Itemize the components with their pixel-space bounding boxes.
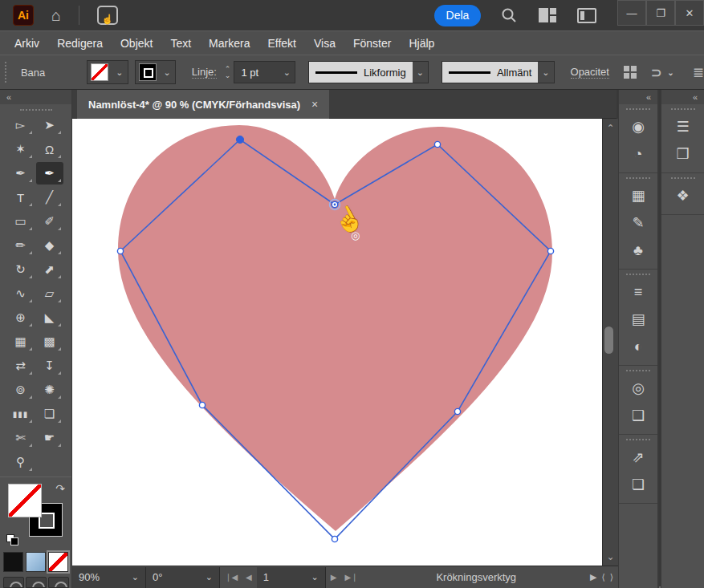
lasso-tool[interactable]: Ω	[36, 138, 63, 160]
last-artboard-button[interactable]: ▶❘	[344, 573, 357, 582]
minimize-button[interactable]: —	[617, 0, 646, 26]
app-logo-icon[interactable]: Ai	[13, 5, 34, 26]
panel-grip[interactable]	[671, 177, 695, 180]
anchor-point-6-hollow[interactable]	[332, 536, 337, 541]
status-expand-icon[interactable]: ▶	[590, 572, 596, 582]
artboard-number-dropdown[interactable]: 1 ⌄	[257, 567, 326, 588]
dock-collapse-button[interactable]: «	[661, 90, 704, 104]
selection-tool[interactable]: ▻	[7, 114, 35, 136]
column-graph-tool[interactable]: ▮▮▮	[7, 403, 35, 425]
dock-collapse-button[interactable]: «	[619, 90, 657, 104]
swap-fill-stroke-icon[interactable]: ↷	[55, 482, 65, 495]
shaper-tool[interactable]: ✏	[7, 234, 35, 257]
opacity-label[interactable]: Opacitet	[571, 66, 609, 79]
properties-panel-icon[interactable]: ☰	[661, 113, 704, 140]
brush-definition-dropdown[interactable]: Allmänt ⌄	[442, 61, 555, 83]
paintbrush-tool[interactable]: ✐	[36, 210, 63, 233]
rotate-tool[interactable]: ↻	[7, 258, 35, 281]
stroke-panel-icon[interactable]: ≡	[619, 278, 657, 306]
scroll-down-icon[interactable]: ⌄	[603, 552, 618, 563]
artboards-panel-icon[interactable]: ❏	[619, 471, 657, 498]
direct-selection-tool[interactable]: ➤	[36, 114, 63, 136]
free-transform-tool[interactable]: ▱	[36, 282, 63, 305]
width-profile-dropdown[interactable]: Likformig ⌄	[308, 61, 429, 83]
panel-grip[interactable]	[626, 108, 650, 112]
isolate-selection-icon[interactable]: ⊃ ⌄	[651, 65, 678, 80]
color-panel-icon[interactable]: ◉	[619, 113, 657, 140]
eyedropper-tool[interactable]: ↧	[36, 355, 63, 377]
align-options-icon[interactable]	[624, 66, 637, 79]
hand-tool[interactable]: ☛	[36, 427, 63, 449]
document-tab[interactable]: Namnlöst-4* @ 90 % (CMYK/Förhandsvisa) ×	[77, 90, 329, 119]
anchor-point-3-hollow[interactable]	[434, 141, 440, 147]
default-fill-stroke-icon[interactable]	[6, 534, 19, 545]
symbol-sprayer-tool[interactable]: ✺	[36, 379, 63, 401]
draw-inside-button[interactable]	[48, 577, 69, 588]
touch-workspace-icon[interactable]: ☝	[97, 6, 118, 25]
shear-tool[interactable]: ⇄	[7, 355, 35, 377]
anchor-point-4-hollow[interactable]	[547, 248, 553, 253]
menu-effekt[interactable]: Effekt	[267, 37, 296, 50]
stroke-weight-label[interactable]: Linje:	[192, 66, 217, 79]
scale-tool[interactable]: ⬈	[36, 258, 63, 281]
menu-markera[interactable]: Markera	[209, 37, 250, 50]
share-button[interactable]: Dela	[434, 5, 481, 26]
home-icon[interactable]: ⌂	[51, 6, 61, 25]
color-mode-button[interactable]	[3, 552, 23, 572]
color-guide-panel-icon[interactable]: ◔	[619, 140, 657, 168]
draw-behind-button[interactable]	[26, 577, 47, 588]
stroke-weight-field[interactable]: 1 pt ⌄	[234, 61, 295, 83]
menu-fnster[interactable]: Fönster	[353, 37, 391, 50]
anchor-point-1-solid[interactable]	[236, 136, 243, 143]
gradient-tool[interactable]: ▩	[36, 330, 63, 353]
controlbar-grip[interactable]	[5, 62, 10, 83]
line-segment-tool[interactable]: ╱	[36, 186, 63, 209]
swatches-panel-icon[interactable]: ▦	[619, 182, 657, 209]
panel-grip[interactable]	[671, 108, 695, 112]
menu-hjlp[interactable]: Hjälp	[409, 37, 434, 50]
tools-grip[interactable]	[20, 109, 52, 111]
blend-tool[interactable]: ⊚	[7, 379, 35, 401]
none-mode-button[interactable]	[48, 552, 68, 572]
prev-artboard-button[interactable]: ◀	[246, 573, 252, 582]
scrollbar-thumb[interactable]	[604, 326, 613, 354]
scroll-up-icon[interactable]: ⌃	[603, 124, 618, 135]
rotation-dropdown[interactable]: 0° ⌄	[146, 567, 220, 588]
anchor-point-7-hollow[interactable]	[199, 402, 205, 408]
width-tool[interactable]: ∿	[7, 282, 35, 305]
arrange-documents-icon[interactable]	[577, 8, 596, 23]
gradient-panel-icon[interactable]: ▤	[619, 306, 657, 333]
zoom-tool[interactable]: ⚲	[7, 451, 35, 473]
next-artboard-button[interactable]: ▶	[331, 573, 337, 582]
transparency-panel-icon[interactable]: ◐	[619, 333, 657, 360]
pen-tool[interactable]: ✒	[7, 162, 35, 185]
panel-grip[interactable]	[626, 439, 650, 442]
menu-text[interactable]: Text	[170, 37, 191, 50]
brushes-panel-icon[interactable]: ✎	[619, 209, 657, 237]
magic-wand-tool[interactable]: ✶	[7, 138, 35, 160]
menu-redigera[interactable]: Redigera	[57, 37, 103, 50]
shape-builder-tool[interactable]: ⊕	[7, 306, 35, 329]
vertical-scrollbar[interactable]: ⌃ ⌄	[602, 119, 618, 588]
stroke-color-dropdown[interactable]: ⌄	[135, 60, 176, 84]
graphic-styles-panel-icon[interactable]: ❑	[619, 402, 657, 429]
artboard-tool[interactable]: ❏	[36, 403, 63, 425]
symbols-panel-icon[interactable]: ♣	[619, 237, 657, 264]
menu-visa[interactable]: Visa	[314, 37, 336, 50]
rectangle-tool[interactable]: ▭	[7, 210, 35, 233]
restore-button[interactable]: ❐	[646, 0, 675, 26]
zoom-level-dropdown[interactable]: 90% ⌄	[72, 567, 146, 588]
hscroll-left-icon[interactable]: ⟨	[601, 572, 604, 582]
hscroll-right-icon[interactable]: ⟩	[610, 572, 613, 582]
tools-collapse-button[interactable]: «	[0, 90, 71, 104]
stepper-down-icon[interactable]: ⌄	[225, 72, 231, 79]
tab-close-icon[interactable]: ×	[311, 98, 318, 111]
type-tool[interactable]: T	[7, 186, 35, 209]
heart-shape[interactable]	[118, 125, 552, 531]
eraser-tool[interactable]: ◆	[36, 234, 63, 257]
layers-panel-icon[interactable]: ❖	[661, 182, 704, 209]
menu-arkiv[interactable]: Arkiv	[14, 37, 39, 50]
panel-grip[interactable]	[626, 370, 650, 373]
stroke-weight-stepper[interactable]: ⌃ ⌄	[225, 66, 231, 79]
fill-swatch[interactable]	[8, 484, 42, 517]
